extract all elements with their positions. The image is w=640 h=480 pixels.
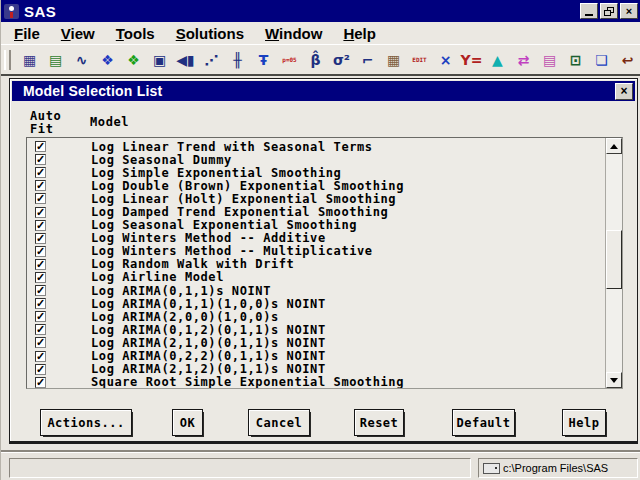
menu-window[interactable]: Window — [265, 25, 322, 42]
model-row[interactable]: ✓Log ARIMA(2,1,0)(0,1,1)s NOINT — [27, 336, 605, 349]
model-row[interactable]: ✓Log Linear (Holt) Exponential Smoothing — [27, 192, 605, 205]
auto-fit-checkbox[interactable]: ✓ — [35, 377, 46, 388]
transfer-notes-icon[interactable]: ⇄ — [511, 47, 536, 73]
auto-fit-checkbox[interactable]: ✓ — [35, 337, 46, 348]
data-grid-icon[interactable]: ▦ — [381, 47, 406, 73]
fit-plot-icon[interactable]: ⋰ — [199, 47, 224, 73]
close-button[interactable]: × — [620, 3, 638, 19]
help-button[interactable]: Help — [562, 409, 606, 436]
status-message-panel — [9, 458, 471, 478]
auto-fit-checkbox[interactable]: ✓ — [35, 298, 46, 309]
model-row[interactable]: ✓Log Simple Exponential Smoothing — [27, 166, 605, 179]
restore-button[interactable] — [600, 3, 618, 19]
model-row[interactable]: ✓Log Random Walk with Drift — [27, 258, 605, 271]
model-row[interactable]: ✓Log Airline Model — [27, 271, 605, 284]
model-row[interactable]: ✓Log Winters Method -- Additive — [27, 232, 605, 245]
scroll-down-icon — [610, 378, 618, 383]
scroll-up-button[interactable] — [606, 138, 622, 154]
link-diagram-green-icon[interactable]: ❖ — [121, 47, 146, 73]
drive-icon — [483, 463, 500, 474]
model-row[interactable]: ✓Log ARIMA(0,1,1)(1,0,0)s NOINT — [27, 297, 605, 310]
model-label: Log ARIMA(2,1,2)(0,1,1)s NOINT — [91, 362, 326, 376]
dialog-close-button[interactable]: × — [615, 83, 633, 100]
link-diagram-blue-icon[interactable]: ❖ — [95, 47, 120, 73]
time-series-plot-icon[interactable]: ∿ — [69, 47, 94, 73]
cancel-button[interactable]: Cancel — [248, 409, 310, 436]
step-plot-icon[interactable]: ⌐ — [355, 47, 380, 73]
model-row[interactable]: ✓Log ARIMA(2,0,0)(1,0,0)s — [27, 310, 605, 323]
data-table-icon[interactable]: ▦ — [17, 47, 42, 73]
cascade-windows-icon[interactable]: ❏ — [589, 47, 614, 73]
document-review-icon[interactable]: ▤ — [537, 47, 562, 73]
sigma-squared-icon[interactable]: σ² — [329, 47, 354, 73]
fit-equation-icon[interactable]: Y= — [459, 47, 484, 73]
model-label: Log Simple Exponential Smoothing — [91, 166, 341, 180]
auto-fit-checkbox[interactable]: ✓ — [35, 193, 46, 204]
ok-button[interactable]: OK — [172, 409, 203, 436]
model-label: Log Seasonal Exponential Smoothing — [91, 218, 357, 232]
model-row[interactable]: ✓Log Winters Method -- Multiplicative — [27, 245, 605, 258]
menu-tools[interactable]: Tools — [116, 25, 155, 42]
model-row[interactable]: ✓Log Linear Trend with Seasonal Terms — [27, 140, 605, 153]
auto-fit-checkbox[interactable]: ✓ — [35, 285, 46, 296]
model-row[interactable]: ✓Log Double (Brown) Exponential Smoothin… — [27, 179, 605, 192]
auto-fit-checkbox[interactable]: ✓ — [35, 351, 46, 362]
model-row[interactable]: ✓Log Damped Trend Exponential Smoothing — [27, 205, 605, 218]
model-label: Log Seasonal Dummy — [91, 153, 232, 167]
menu-view[interactable]: View — [61, 25, 95, 42]
undo-icon[interactable]: ↩ — [615, 47, 640, 73]
properties-list-icon[interactable]: ▤ — [43, 47, 68, 73]
auto-fit-checkbox[interactable]: ✓ — [35, 259, 46, 270]
vertical-scrollbar[interactable] — [605, 138, 622, 388]
submit-calendar-icon[interactable]: ▣ — [147, 47, 172, 73]
auto-fit-checkbox[interactable]: ✓ — [35, 272, 46, 283]
auto-fit-checkbox[interactable]: ✓ — [35, 141, 46, 152]
model-label: Log Linear (Holt) Exponential Smoothing — [91, 192, 396, 206]
model-label: Log Damped Trend Exponential Smoothing — [91, 205, 388, 219]
auto-fit-checkbox[interactable]: ✓ — [35, 233, 46, 244]
auto-fit-checkbox[interactable]: ✓ — [35, 311, 46, 322]
model-row[interactable]: ✓Log ARIMA(0,1,1)s NOINT — [27, 284, 605, 297]
minimize-button[interactable] — [580, 3, 598, 19]
model-row[interactable]: ✓Log ARIMA(0,1,2)(0,1,1)s NOINT — [27, 323, 605, 336]
column-header-auto: Auto — [30, 109, 61, 123]
auto-fit-checkbox[interactable]: ✓ — [35, 167, 46, 178]
menu-bar: FileViewToolsSolutionsWindowHelp — [1, 22, 640, 44]
model-label: Log Random Walk with Drift — [91, 257, 294, 271]
model-label: Log ARIMA(0,1,2)(0,1,1)s NOINT — [91, 323, 326, 337]
dialog-titlebar[interactable]: Model Selection List × — [12, 81, 635, 101]
auto-fit-checkbox[interactable]: ✓ — [35, 180, 46, 191]
scrollbar-thumb[interactable] — [606, 230, 622, 289]
auto-fit-checkbox[interactable]: ✓ — [35, 220, 46, 231]
model-row[interactable]: ✓Log ARIMA(0,2,2)(0,1,1)s NOINT — [27, 350, 605, 363]
model-selection-dialog: Model Selection List × Auto Fit Model ✓L… — [9, 78, 638, 442]
auto-fit-checkbox[interactable]: ✓ — [35, 324, 46, 335]
clear-icon[interactable]: × — [433, 47, 458, 73]
reset-button[interactable]: Reset — [354, 409, 404, 436]
beta-estimate-icon[interactable]: β̂ — [303, 47, 328, 73]
model-row[interactable]: ✓Log ARIMA(2,1,2)(0,1,1)s NOINT — [27, 363, 605, 376]
scroll-down-button[interactable] — [606, 372, 622, 388]
auto-fit-checkbox[interactable]: ✓ — [35, 246, 46, 257]
actions-button[interactable]: Actions... — [40, 409, 132, 436]
edit-mode-icon[interactable]: EDIT — [407, 47, 432, 73]
default-button[interactable]: Default — [452, 409, 515, 436]
p-value-icon[interactable]: p=05 — [277, 47, 302, 73]
restore-icon — [604, 7, 614, 16]
t-statistic-icon[interactable]: Ŧ — [251, 47, 276, 73]
auto-fit-checkbox[interactable]: ✓ — [35, 364, 46, 375]
menu-solutions[interactable]: Solutions — [176, 25, 244, 42]
auto-fit-checkbox[interactable]: ✓ — [35, 207, 46, 218]
search-data-icon[interactable]: ⊡ — [563, 47, 588, 73]
window-title: SAS — [24, 3, 56, 20]
model-row[interactable]: ✓Log Seasonal Exponential Smoothing — [27, 219, 605, 232]
menu-help[interactable]: Help — [343, 25, 376, 42]
model-row[interactable]: ✓Log Seasonal Dummy — [27, 153, 605, 166]
model-label: Log ARIMA(2,1,0)(0,1,1)s NOINT — [91, 336, 326, 350]
high-low-plot-icon[interactable]: ╫ — [225, 47, 250, 73]
menu-file[interactable]: File — [14, 25, 40, 42]
wizard-icon[interactable]: ▲ — [485, 47, 510, 73]
auto-fit-checkbox[interactable]: ✓ — [35, 154, 46, 165]
model-row[interactable]: ✓Square Root Simple Exponential Smoothin… — [27, 376, 605, 389]
data-import-icon[interactable]: ◀▮ — [173, 47, 198, 73]
